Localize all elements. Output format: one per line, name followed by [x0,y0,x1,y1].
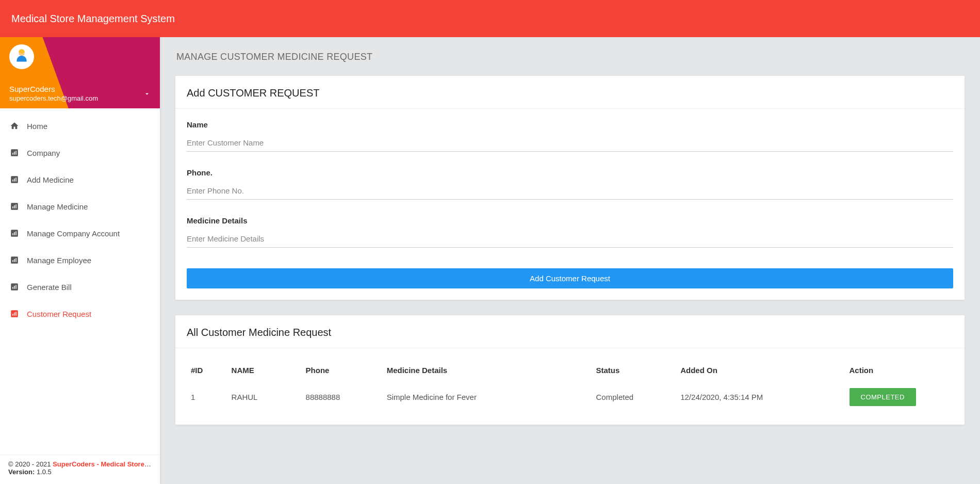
user-email: supercoders.tech@gmail.com [9,94,98,102]
svg-rect-15 [14,232,15,235]
footer-line-1: © 2020 - 2021 SuperCoders - Medical Stor… [8,460,152,468]
cell-phone: 88888888 [302,381,383,413]
completed-button[interactable]: COMPLETED [850,388,916,406]
sidebar: SuperCoders supercoders.tech@gmail.com H… [0,37,160,484]
name-input[interactable] [187,134,953,152]
svg-rect-3 [14,152,15,155]
table-header: Phone [302,360,383,381]
topbar: Medical Store Management System [0,0,980,37]
svg-rect-22 [12,287,13,289]
sidebar-item-label: Manage Medicine [27,202,88,211]
version-value: 1.0.5 [35,468,52,476]
sidebar-item-company[interactable]: Company [0,139,160,166]
medicine-label: Medicine Details [187,216,953,225]
cell-status: Completed [592,381,677,413]
svg-rect-8 [15,178,17,182]
footer-line-2: Version: 1.0.5 [8,468,152,476]
home-icon [9,121,20,131]
add-request-button[interactable]: Add Customer Request [187,268,953,288]
svg-rect-7 [14,179,15,182]
user-block[interactable]: SuperCoders supercoders.tech@gmail.com [9,85,98,102]
sidebar-item-home[interactable]: Home [0,112,160,139]
list-card: All Customer Medicine Request #IDNAMEPho… [175,315,965,425]
svg-rect-4 [15,151,17,155]
chart-icon [9,309,20,319]
sidebar-item-add-medicine[interactable]: Add Medicine [0,166,160,193]
add-request-header: Add CUSTOMER REQUEST [175,76,965,109]
svg-rect-24 [15,285,17,289]
cell-name: RAHUL [227,381,302,413]
requests-table: #IDNAMEPhoneMedicine DetailsStatusAdded … [187,360,953,413]
list-header: All Customer Medicine Request [175,315,965,348]
sidebar-item-label: Generate Bill [27,283,72,292]
medicine-input[interactable] [187,230,953,248]
sidebar-item-generate-bill[interactable]: Generate Bill [0,273,160,300]
table-header: Action [845,360,954,381]
add-request-card: Add CUSTOMER REQUEST Name Phone. Medicin… [175,76,965,300]
sidebar-item-manage-company-account[interactable]: Manage Company Account [0,220,160,247]
app-title: Medical Store Management System [11,13,175,25]
table-header: NAME [227,360,302,381]
svg-rect-19 [14,259,15,262]
sidebar-item-label: Customer Request [27,310,91,318]
chart-icon [9,174,20,185]
table-header: #ID [187,360,227,381]
table-header: Status [592,360,677,381]
sidebar-nav: HomeCompanyAdd MedicineManage MedicineMa… [0,108,160,455]
svg-rect-28 [15,312,17,316]
phone-label: Phone. [187,168,953,177]
svg-rect-10 [12,206,13,208]
phone-input[interactable] [187,182,953,200]
main-content: MANAGE CUSTOMER MEDICINE REQUEST Add CUS… [160,37,980,484]
svg-rect-12 [15,204,17,208]
sidebar-footer: © 2020 - 2021 SuperCoders - Medical Stor… [0,455,160,484]
page-title: MANAGE CUSTOMER MEDICINE REQUEST [175,37,965,66]
footer-brand[interactable]: SuperCoders - Medical Store … [53,460,152,468]
table-row: 1RAHUL88888888Simple Medicine for FeverC… [187,381,953,413]
cell-action: COMPLETED [845,381,954,413]
svg-rect-20 [15,258,17,262]
chart-icon [9,282,20,292]
sidebar-item-customer-request[interactable]: Customer Request [0,300,160,327]
svg-rect-11 [14,205,15,208]
user-name: SuperCoders [9,85,98,93]
svg-rect-6 [12,180,13,182]
sidebar-item-label: Manage Company Account [27,229,120,238]
sidebar-item-manage-employee[interactable]: Manage Employee [0,247,160,273]
chart-icon [9,201,20,212]
sidebar-item-label: Manage Employee [27,256,91,265]
chart-icon [9,148,20,158]
sidebar-item-label: Home [27,122,47,131]
version-label: Version: [8,468,35,476]
svg-rect-26 [12,314,13,316]
avatar[interactable] [9,44,34,69]
sidebar-header: SuperCoders supercoders.tech@gmail.com [0,37,160,108]
svg-rect-14 [12,233,13,235]
svg-rect-2 [12,153,13,155]
footer-prefix: © 2020 - 2021 [8,460,53,468]
table-header: Added On [676,360,845,381]
table-header: Medicine Details [383,360,592,381]
chart-icon [9,255,20,265]
chevron-down-icon[interactable] [143,90,151,99]
svg-rect-27 [14,313,15,316]
chart-icon [9,228,20,238]
sidebar-item-label: Add Medicine [27,175,74,184]
sidebar-item-manage-medicine[interactable]: Manage Medicine [0,193,160,220]
svg-rect-18 [12,260,13,262]
svg-rect-23 [14,286,15,289]
name-label: Name [187,120,953,129]
cell-id: 1 [187,381,227,413]
cell-details: Simple Medicine for Fever [383,381,592,413]
sidebar-item-label: Company [27,149,60,157]
svg-rect-16 [15,231,17,235]
cell-added-on: 12/24/2020, 4:35:14 PM [676,381,845,413]
